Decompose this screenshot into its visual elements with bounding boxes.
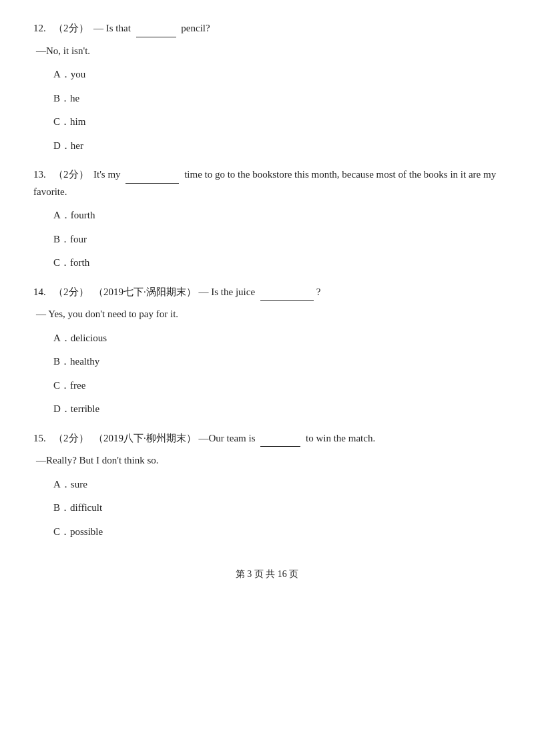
page-footer: 第 3 页 共 16 页 [33,567,501,582]
q12-option-c: C．him [53,114,501,131]
q14-blank [260,300,314,301]
q14-option-d: D．terrible [53,401,501,418]
q12-option-d: D．her [53,138,501,155]
q15-sub: —Really? But I don't think so. [36,452,501,469]
q14-number: 14. [33,287,46,297]
q13-option-b-text: four [70,234,87,244]
q15-points: （2分） [53,433,89,443]
q13-option-c-text: forth [70,257,89,268]
q12-option-a-label: A． [53,69,71,79]
q14-sub: — Yes, you don't need to pay for it. [36,306,501,323]
q12-points: （2分） [53,23,89,33]
q13-blank [125,183,179,184]
q15-option-a-text: sure [71,479,87,490]
q13-option-a-label: A． [53,210,71,220]
q15-option-b-text: difficult [70,502,102,513]
q15-option-a: A．sure [53,476,501,494]
q12-option-b-label: B． [53,93,70,104]
footer-text: 第 3 页 共 16 页 [236,569,299,579]
q14-option-b-label: B． [53,356,70,367]
question-12: 12. （2分） — Is that pencil? —No, it isn't… [33,20,501,154]
q14-context: （2019七下·涡阳期末） [93,287,196,297]
q12-option-d-text: her [71,140,83,151]
q12-number: 12. [33,23,46,33]
q15-option-b-label: B． [53,502,70,513]
q12-option-b-text: he [70,93,79,104]
q14-option-c-label: C． [53,380,70,391]
q15-option-b: B．difficult [53,500,501,517]
question-14: 14. （2分） （2019七下·涡阳期末） — Is the juice ? … [33,284,501,418]
question-13-text: 13. （2分） It's my time to go to the books… [33,166,501,200]
q15-option-c: C．possible [53,524,501,541]
q14-option-a: A．delicious [53,330,501,347]
q12-blank [136,37,176,37]
q13-option-b-label: B． [53,234,70,244]
q13-option-b: B．four [53,231,501,248]
question-14-text: 14. （2分） （2019七下·涡阳期末） — Is the juice ? [33,284,501,301]
q12-option-a: A．you [53,66,501,83]
q12-option-c-text: him [70,116,85,127]
q14-option-b: B．healthy [53,353,501,371]
q12-option-d-label: D． [53,140,71,151]
q13-option-c: C．forth [53,254,501,272]
q13-option-c-label: C． [53,257,70,268]
q15-option-c-label: C． [53,526,70,537]
q14-option-c-text: free [70,380,85,391]
q14-option-b-text: healthy [70,356,99,367]
q14-option-a-text: delicious [71,333,107,343]
q12-option-b: B．he [53,90,501,108]
question-12-text: 12. （2分） — Is that pencil? [33,20,501,37]
question-15-text: 15. （2分） （2019八下·柳州期末） —Our team is to w… [33,430,501,447]
q12-option-a-text: you [71,69,86,79]
q15-option-c-text: possible [70,526,103,537]
q14-points: （2分） [53,287,89,297]
q14-option-a-label: A． [53,333,71,343]
q13-option-a: A．fourth [53,207,501,224]
q15-option-a-label: A． [53,479,71,490]
q12-option-c-label: C． [53,116,70,127]
q13-option-a-text: fourth [71,210,95,220]
q14-option-d-label: D． [53,403,71,414]
q13-number: 13. [33,169,46,180]
question-15: 15. （2分） （2019八下·柳州期末） —Our team is to w… [33,430,501,541]
q15-context: （2019八下·柳州期末） [93,433,196,443]
question-13: 13. （2分） It's my time to go to the books… [33,166,501,272]
q14-option-c: C．free [53,377,501,395]
q15-blank [260,446,300,447]
q13-points: （2分） [53,169,89,180]
q15-number: 15. [33,433,46,443]
q14-option-d-text: terrible [71,403,99,414]
q12-sub: —No, it isn't. [36,43,501,60]
